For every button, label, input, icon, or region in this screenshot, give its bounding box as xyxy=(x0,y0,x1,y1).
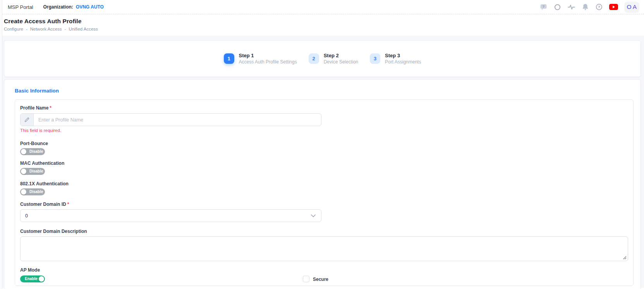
step-3-text: Step 3 Port Assignments xyxy=(385,53,421,65)
navbar-actions: ? ? O A xyxy=(539,2,640,13)
collapsed-sidebar[interactable] xyxy=(0,0,2,289)
port-bounce-toggle-state: Disable xyxy=(20,148,45,155)
wizard-stepper-card: 1 Step 1 Access Auth Profile Settings 2 … xyxy=(4,40,641,77)
step-1-subtitle: Access Auth Profile Settings xyxy=(239,59,297,65)
customer-domain-description-wrap xyxy=(20,236,628,261)
step-2-badge: 2 xyxy=(309,53,319,64)
top-navbar: MSP Portal Organization: OVNG AUTO ? xyxy=(2,0,644,14)
page-title: Create Access Auth Profile xyxy=(4,18,644,25)
step-1-access-auth-profile-settings[interactable]: 1 Step 1 Access Auth Profile Settings xyxy=(224,53,297,65)
page-header: Create Access Auth Profile Configure - N… xyxy=(2,14,644,36)
customer-domain-id-value: 0 xyxy=(25,213,28,219)
mac-authentication-label: MAC Authentication xyxy=(20,161,627,166)
svg-text:?: ? xyxy=(598,5,600,9)
breadcrumb-separator: - xyxy=(65,27,66,31)
step-3-badge: 3 xyxy=(370,53,380,64)
form-card: Basic Information Profile Name* This fie… xyxy=(4,79,641,289)
bell-icon[interactable] xyxy=(582,3,589,11)
mac-authentication-toggle[interactable]: Disable xyxy=(20,168,45,175)
step-3-subtitle: Port Assignments xyxy=(385,59,421,65)
dot1x-authentication-label: 802.1X Authentication xyxy=(20,181,627,186)
avatar-initial-2: A xyxy=(633,3,637,10)
step-3-title: Step 3 xyxy=(385,53,421,58)
chevron-down-icon xyxy=(311,214,316,217)
customer-domain-id-label: Customer Domain ID* xyxy=(20,202,627,207)
breadcrumb-configure[interactable]: Configure xyxy=(4,27,23,31)
circle-icon[interactable] xyxy=(554,3,561,11)
ap-mode-label: AP Mode xyxy=(20,267,627,273)
step-3-port-assignments[interactable]: 3 Step 3 Port Assignments xyxy=(370,53,421,65)
ap-mode-row: Enable Secure xyxy=(20,275,627,283)
profile-name-error: This field is required. xyxy=(20,128,627,133)
port-bounce-label: Port-Bounce xyxy=(20,141,627,146)
step-1-title: Step 1 xyxy=(239,53,297,58)
secure-checkbox[interactable] xyxy=(303,276,309,282)
ap-mode-toggle[interactable]: Enable xyxy=(20,275,45,282)
customer-domain-description-label: Customer Domain Description xyxy=(20,229,627,234)
customer-domain-description-textarea[interactable] xyxy=(20,236,628,261)
dot1x-authentication-toggle[interactable]: Disable xyxy=(20,188,45,195)
dot1x-authentication-toggle-state: Disable xyxy=(20,188,45,195)
step-1-badge: 1 xyxy=(224,53,234,64)
youtube-icon[interactable] xyxy=(609,4,618,10)
chat-question-icon[interactable]: ? xyxy=(539,3,548,11)
organization-value-link[interactable]: OVNG AUTO xyxy=(76,4,104,10)
breadcrumb: Configure - Network Access - Unified Acc… xyxy=(4,27,644,31)
secure-checkbox-group[interactable]: Secure xyxy=(303,276,328,282)
step-2-text: Step 2 Device Selection xyxy=(324,53,358,65)
brand-title[interactable]: MSP Portal xyxy=(8,4,33,10)
breadcrumb-network-access[interactable]: Network Access xyxy=(30,27,62,31)
user-avatar[interactable]: O A xyxy=(624,2,639,13)
customer-domain-id-label-text: Customer Domain ID xyxy=(20,202,66,207)
port-bounce-toggle[interactable]: Disable xyxy=(20,148,45,155)
organization-selector: Organization: OVNG AUTO xyxy=(43,4,104,10)
customer-domain-id-select[interactable]: 0 xyxy=(20,209,321,222)
profile-name-input[interactable] xyxy=(34,114,321,126)
step-2-subtitle: Device Selection xyxy=(324,59,358,65)
pencil-icon xyxy=(21,114,34,126)
breadcrumb-unified-access[interactable]: Unified Access xyxy=(69,27,98,31)
wizard-stepper: 1 Step 1 Access Auth Profile Settings 2 … xyxy=(224,53,421,65)
basic-information-fieldset: Profile Name* This field is required. Po… xyxy=(15,99,634,286)
profile-name-input-group xyxy=(20,113,321,126)
svg-text:?: ? xyxy=(542,4,544,9)
mac-authentication-toggle-state: Disable xyxy=(20,168,45,175)
step-2-title: Step 2 xyxy=(324,53,358,58)
avatar-initial-1: O xyxy=(627,3,632,10)
navbar-left: MSP Portal Organization: OVNG AUTO xyxy=(8,4,104,10)
help-icon[interactable]: ? xyxy=(595,3,603,11)
breadcrumb-separator: - xyxy=(26,27,27,31)
required-asterisk: * xyxy=(50,105,52,111)
app-main: MSP Portal Organization: OVNG AUTO ? xyxy=(2,0,644,288)
toggle-knob xyxy=(39,276,44,282)
step-1-text: Step 1 Access Auth Profile Settings xyxy=(239,53,297,65)
step-2-device-selection[interactable]: 2 Step 2 Device Selection xyxy=(309,53,358,65)
required-asterisk: * xyxy=(67,202,69,207)
resize-handle-icon[interactable] xyxy=(622,255,627,260)
section-title-basic-information: Basic Information xyxy=(15,88,634,94)
secure-label: Secure xyxy=(313,276,328,282)
page-body: 1 Step 1 Access Auth Profile Settings 2 … xyxy=(2,36,644,288)
profile-name-label-text: Profile Name xyxy=(20,105,48,111)
pulse-icon[interactable] xyxy=(567,3,575,11)
organization-label: Organization: xyxy=(43,4,73,10)
profile-name-label: Profile Name* xyxy=(20,105,627,111)
